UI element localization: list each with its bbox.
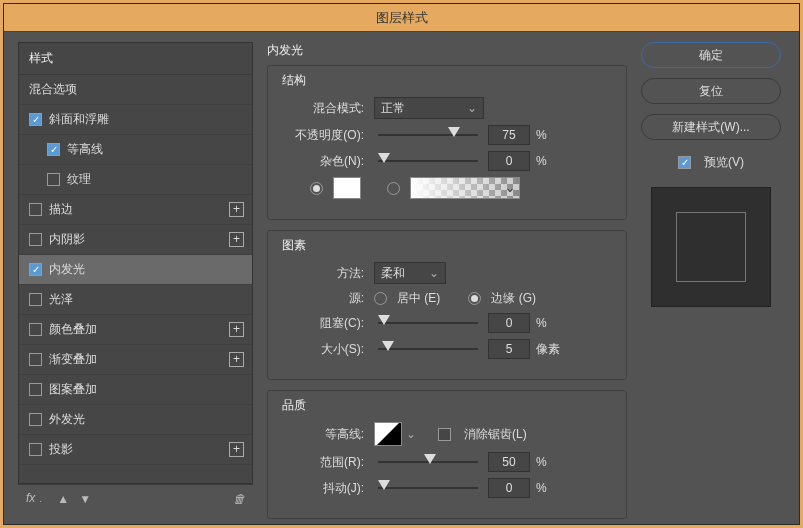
style-row-0[interactable]: 斜面和浮雕 <box>19 105 252 135</box>
source-center-label: 居中 (E) <box>397 290 440 307</box>
contour-picker[interactable] <box>374 422 402 446</box>
range-input[interactable]: 50 <box>488 452 530 472</box>
style-checkbox[interactable] <box>29 353 42 366</box>
color-swatch[interactable] <box>333 177 361 199</box>
choke-slider[interactable] <box>378 314 478 332</box>
style-row-3[interactable]: 描边+ <box>19 195 252 225</box>
up-icon[interactable]: ▲ <box>57 492 69 506</box>
panel-title: 内发光 <box>267 42 627 59</box>
style-checkbox[interactable] <box>29 323 42 336</box>
down-icon[interactable]: ▼ <box>79 492 91 506</box>
style-list: 样式 混合选项 斜面和浮雕等高线纹理描边+内阴影+内发光光泽颜色叠加+渐变叠加+… <box>18 42 253 484</box>
blend-mode-label: 混合模式: <box>282 100 368 117</box>
opacity-slider[interactable] <box>378 126 478 144</box>
style-label: 渐变叠加 <box>49 351 97 368</box>
preview-label: 预览(V) <box>704 154 744 171</box>
style-label: 等高线 <box>67 141 103 158</box>
blend-options-label: 混合选项 <box>29 81 77 98</box>
gradient-picker[interactable] <box>410 177 520 199</box>
cancel-button[interactable]: 复位 <box>641 78 781 104</box>
trash-icon[interactable]: 🗑 <box>233 492 245 506</box>
antialias-checkbox[interactable] <box>438 428 451 441</box>
add-effect-icon[interactable]: + <box>229 202 244 217</box>
opacity-unit: % <box>536 128 560 142</box>
technique-select[interactable]: 柔和 <box>374 262 446 284</box>
jitter-unit: % <box>536 481 560 495</box>
style-row-11[interactable]: 投影+ <box>19 435 252 465</box>
structure-title: 结构 <box>282 72 612 89</box>
style-row-8[interactable]: 渐变叠加+ <box>19 345 252 375</box>
style-checkbox[interactable] <box>29 383 42 396</box>
style-checkbox[interactable] <box>47 173 60 186</box>
style-row-10[interactable]: 外发光 <box>19 405 252 435</box>
style-label: 图案叠加 <box>49 381 97 398</box>
style-checkbox[interactable] <box>29 413 42 426</box>
noise-label: 杂色(N): <box>282 153 368 170</box>
size-unit: 像素 <box>536 341 560 358</box>
source-center-radio[interactable] <box>374 292 387 305</box>
blend-options-row[interactable]: 混合选项 <box>19 75 252 105</box>
add-effect-icon[interactable]: + <box>229 322 244 337</box>
style-label: 描边 <box>49 201 73 218</box>
chevron-down-icon[interactable]: ⌄ <box>406 427 416 441</box>
quality-title: 品质 <box>282 397 612 414</box>
technique-label: 方法: <box>282 265 368 282</box>
style-row-1[interactable]: 等高线 <box>19 135 252 165</box>
add-effect-icon[interactable]: + <box>229 442 244 457</box>
size-input[interactable]: 5 <box>488 339 530 359</box>
style-label: 颜色叠加 <box>49 321 97 338</box>
noise-input[interactable]: 0 <box>488 151 530 171</box>
style-row-6[interactable]: 光泽 <box>19 285 252 315</box>
jitter-slider[interactable] <box>378 479 478 497</box>
blend-mode-select[interactable]: 正常 <box>374 97 484 119</box>
ok-button[interactable]: 确定 <box>641 42 781 68</box>
style-checkbox[interactable] <box>29 293 42 306</box>
style-row-9[interactable]: 图案叠加 <box>19 375 252 405</box>
preview-thumbnail <box>651 187 771 307</box>
elements-title: 图素 <box>282 237 612 254</box>
jitter-input[interactable]: 0 <box>488 478 530 498</box>
source-edge-radio[interactable] <box>468 292 481 305</box>
quality-group: 品质 等高线: ⌄ 消除锯齿(L) 范围(R): 50 % 抖动(J): <box>267 390 627 519</box>
range-label: 范围(R): <box>282 454 368 471</box>
style-row-7[interactable]: 颜色叠加+ <box>19 315 252 345</box>
source-label: 源: <box>282 290 368 307</box>
add-effect-icon[interactable]: + <box>229 232 244 247</box>
style-checkbox[interactable] <box>29 203 42 216</box>
style-label: 外发光 <box>49 411 85 428</box>
choke-unit: % <box>536 316 560 330</box>
style-row-4[interactable]: 内阴影+ <box>19 225 252 255</box>
choke-label: 阻塞(C): <box>282 315 368 332</box>
choke-input[interactable]: 0 <box>488 313 530 333</box>
add-effect-icon[interactable]: + <box>229 352 244 367</box>
style-label: 纹理 <box>67 171 91 188</box>
new-style-button[interactable]: 新建样式(W)... <box>641 114 781 140</box>
antialias-label: 消除锯齿(L) <box>464 426 527 443</box>
opacity-label: 不透明度(O): <box>282 127 368 144</box>
noise-slider[interactable] <box>378 152 478 170</box>
style-checkbox[interactable] <box>29 233 42 246</box>
jitter-label: 抖动(J): <box>282 480 368 497</box>
preview-checkbox[interactable] <box>678 156 691 169</box>
style-checkbox[interactable] <box>29 263 42 276</box>
elements-group: 图素 方法: 柔和 源: 居中 (E) 边缘 (G) 阻塞(C): 0 <box>267 230 627 380</box>
structure-group: 结构 混合模式: 正常 不透明度(O): 75 % 杂色(N): 0 % <box>267 65 627 220</box>
fx-icon[interactable]: fx﹒ <box>26 490 47 507</box>
source-edge-label: 边缘 (G) <box>491 290 536 307</box>
style-checkbox[interactable] <box>29 113 42 126</box>
styles-header[interactable]: 样式 <box>19 43 252 75</box>
size-label: 大小(S): <box>282 341 368 358</box>
gradient-radio[interactable] <box>387 182 400 195</box>
style-checkbox[interactable] <box>29 443 42 456</box>
style-label: 光泽 <box>49 291 73 308</box>
style-checkbox[interactable] <box>47 143 60 156</box>
style-row-2[interactable]: 纹理 <box>19 165 252 195</box>
style-label: 斜面和浮雕 <box>49 111 109 128</box>
range-slider[interactable] <box>378 453 478 471</box>
size-slider[interactable] <box>378 340 478 358</box>
style-label: 投影 <box>49 441 73 458</box>
style-row-5[interactable]: 内发光 <box>19 255 252 285</box>
range-unit: % <box>536 455 560 469</box>
color-radio[interactable] <box>310 182 323 195</box>
opacity-input[interactable]: 75 <box>488 125 530 145</box>
